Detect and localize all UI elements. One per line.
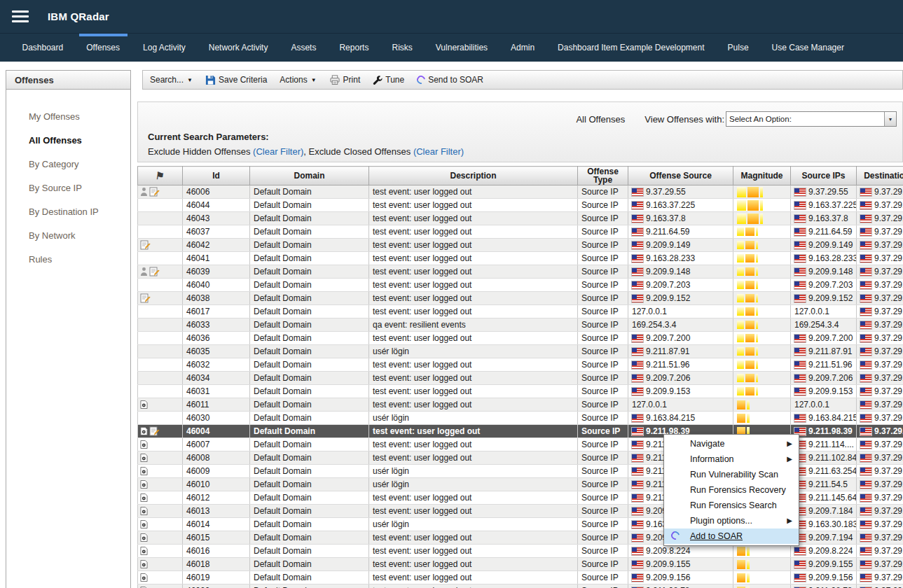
column-header-id[interactable]: Id [183, 167, 250, 186]
sidebar-item-by-destination-ip[interactable]: By Destination IP [6, 200, 130, 224]
menu-item-navigate[interactable]: Navigate▶ [664, 436, 799, 451]
main-nav: DashboardOffensesLog ActivityNetwork Act… [0, 33, 903, 62]
cell-destination-ips: 9.37.29.2 [857, 332, 903, 345]
offense-row-46035[interactable]: 46035Default Domainusér löginSource IP9.… [138, 345, 903, 358]
menu-item-run-forensics-search[interactable]: Run Forensics Search [664, 498, 799, 513]
offense-row-46033[interactable]: 46033Default Domainqa event: resilient e… [138, 318, 903, 332]
menu-item-run-forensics-recovery[interactable]: Run Forensics Recovery [664, 482, 799, 498]
nav-tab-admin[interactable]: Admin [499, 34, 546, 62]
nav-tab-risks[interactable]: Risks [380, 34, 424, 62]
destination-ips-value: 9.37.29.2 [874, 573, 903, 582]
nav-tab-reports[interactable]: Reports [328, 34, 380, 62]
offense-row-46006[interactable]: 46006Default Domaintest event: user logg… [138, 186, 903, 199]
column-header-domain[interactable]: Domain [250, 167, 369, 186]
cell-description: test event: user logged out [369, 425, 578, 438]
column-header-mag[interactable]: Magnitude [733, 167, 791, 186]
column-header-flags[interactable]: ⚑ [138, 167, 183, 186]
sidebar-item-by-source-ip[interactable]: By Source IP [6, 176, 130, 200]
cell-domain: Default Domain [250, 505, 369, 518]
cell-offense-source: 9.209.7.206 [628, 372, 733, 385]
toolbar-button-save-criteria[interactable]: Save Criteria [205, 75, 267, 85]
menu-item-add-to-soar[interactable]: Add to SOAR [664, 528, 799, 544]
clear-filter-link[interactable]: (Clear Filter) [413, 146, 464, 157]
cell-offense-type: Source IP [578, 212, 628, 225]
menu-item-plugin-options[interactable]: Plugin options...▶ [664, 513, 799, 528]
offense-row-46017[interactable]: 46017Default Domaintest event: user logg… [138, 305, 903, 318]
cell-flags [138, 584, 183, 588]
cell-domain: Default Domain [250, 491, 369, 505]
us-flag-icon [860, 561, 871, 568]
offense-row-46016[interactable]: 46016Default Domaintest event: user logg… [138, 545, 903, 558]
nav-tab-log-activity[interactable]: Log Activity [132, 34, 198, 62]
source-ips-value: 9.163.28.233 [808, 253, 857, 263]
cell-source-ips: 9.209.9.148 [791, 265, 857, 279]
toolbar-button-actions[interactable]: Actions▼ [280, 75, 316, 85]
menu-item-run-vulnerability-scan[interactable]: Run Vulnerability Scan [664, 467, 799, 482]
column-header-src_ips[interactable]: Source IPs [791, 167, 857, 186]
cell-id: 46037 [183, 225, 250, 239]
offense-row-46042[interactable]: 46042Default Domaintest event: user logg… [138, 239, 903, 252]
offense-row-46011[interactable]: 46011Default Domaintest event: user logg… [138, 398, 903, 412]
nav-tab-pulse[interactable]: Pulse [716, 34, 760, 62]
toolbar-button-print[interactable]: Print [329, 75, 361, 85]
cell-offense-source: 9.209.8.224 [628, 545, 733, 558]
offense-row-46040[interactable]: 46040Default Domaintest event: user logg… [138, 279, 903, 292]
nav-tab-dashboard-item-example-development[interactable]: Dashboard Item Example Development [546, 34, 716, 62]
magnitude-bars [737, 265, 788, 278]
cell-magnitude [733, 584, 791, 588]
nav-tab-vulnerabilities[interactable]: Vulnerabilities [424, 34, 499, 62]
nav-tab-network-activity[interactable]: Network Activity [197, 34, 280, 62]
offense-row-46030[interactable]: 46030Default Domainusér löginSource IP9.… [138, 412, 903, 425]
magnitude-bars [737, 571, 788, 584]
us-flag-icon [632, 521, 643, 528]
toolbar-button-tune[interactable]: Tune [373, 75, 404, 85]
cell-flags [138, 571, 183, 584]
cell-id: 46020 [183, 584, 250, 588]
view-offenses-select[interactable]: Select An Option: ▼ [726, 111, 897, 127]
cell-offense-type: Source IP [578, 292, 628, 305]
toolbar-button-search[interactable]: Search...▼ [150, 75, 193, 85]
magnitude-bars [737, 584, 788, 588]
cell-flags [138, 531, 183, 545]
clear-filter-link[interactable]: (Clear Filter) [253, 146, 303, 157]
cell-offense-type: Source IP [578, 438, 628, 451]
nav-tab-offenses[interactable]: Offenses [75, 34, 132, 62]
offense-row-46036[interactable]: 46036Default Domaintest event: user logg… [138, 332, 903, 345]
offense-row-46032[interactable]: 46032Default Domaintest event: user logg… [138, 358, 903, 372]
cell-domain: Default Domain [250, 358, 369, 372]
sidebar-item-my-offenses[interactable]: My Offenses [6, 105, 130, 129]
chevron-down-icon[interactable]: ▼ [884, 112, 896, 126]
menu-item-information[interactable]: Information▶ [664, 451, 799, 467]
column-header-desc[interactable]: Description [369, 167, 578, 186]
cell-id: 46039 [183, 265, 250, 279]
offense-row-46019[interactable]: 46019Default Domaintest event: user logg… [138, 571, 903, 584]
sidebar-item-all-offenses[interactable]: All Offenses [6, 129, 130, 153]
cell-destination-ips: 9.37.29.2 [857, 465, 903, 478]
offense-row-46037[interactable]: 46037Default Domaintest event: user logg… [138, 225, 903, 239]
nav-tab-dashboard[interactable]: Dashboard [11, 34, 75, 62]
offense-row-46039[interactable]: 46039Default Domaintest event: user logg… [138, 265, 903, 279]
offense-row-46043[interactable]: 46043Default Domaintest event: user logg… [138, 212, 903, 225]
nav-tab-use-case-manager[interactable]: Use Case Manager [760, 34, 855, 62]
nav-tab-assets[interactable]: Assets [280, 34, 328, 62]
offense-source-value: 9.211.87.91 [646, 346, 690, 356]
offense-row-46041[interactable]: 46041Default Domaintest event: user logg… [138, 252, 903, 265]
sidebar-item-by-category[interactable]: By Category [6, 153, 130, 176]
column-header-type[interactable]: Offense Type [578, 167, 628, 186]
cell-offense-source: 169.254.3.4 [628, 318, 733, 332]
offense-row-46038[interactable]: 46038Default Domaintest event: user logg… [138, 292, 903, 305]
offense-row-46031[interactable]: 46031Default Domaintest event: user logg… [138, 385, 903, 398]
hamburger-menu-icon[interactable] [12, 10, 29, 22]
sidebar-item-by-network[interactable]: By Network [6, 224, 130, 248]
offense-row-46044[interactable]: 46044Default Domaintest event: user logg… [138, 199, 903, 212]
offense-row-46020[interactable]: 46020Default Domaintest event: user logg… [138, 584, 903, 588]
offense-row-46018[interactable]: 46018Default Domaintest event: user logg… [138, 558, 903, 571]
column-header-dest_ips[interactable]: Destination IPs [857, 167, 903, 186]
column-header-source[interactable]: Offense Source [628, 167, 733, 186]
offense-source-value: 9.209.7.203 [646, 280, 690, 290]
us-flag-icon [860, 295, 871, 302]
us-flag-icon [794, 295, 806, 302]
offense-row-46034[interactable]: 46034Default Domaintest event: user logg… [138, 372, 903, 385]
toolbar-button-send-to-soar[interactable]: Send to SOAR [417, 75, 483, 85]
sidebar-item-rules[interactable]: Rules [6, 248, 130, 272]
